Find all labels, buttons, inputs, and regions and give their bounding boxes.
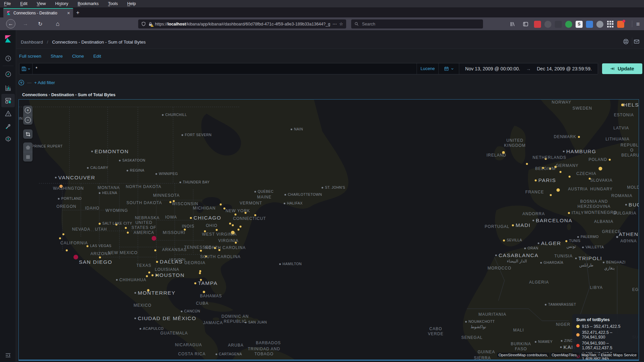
extension-3-icon[interactable] [555, 21, 562, 28]
map-data-dot [235, 242, 237, 244]
map-data-dot [148, 272, 150, 274]
menu-edit[interactable]: Edit [20, 1, 28, 6]
recently-viewed-icon[interactable] [1, 52, 15, 65]
nav-management-icon[interactable] [1, 132, 15, 145]
map-data-dot [200, 250, 202, 252]
mail-icon[interactable] [633, 38, 641, 46]
nav-devtools-icon[interactable] [1, 119, 15, 133]
map-data-dot [204, 230, 206, 232]
query-language-button[interactable]: Lucene [417, 66, 438, 71]
menu-help[interactable]: Help [127, 1, 136, 6]
search-input[interactable] [361, 21, 480, 27]
url-bar[interactable]: https://localhost/kibana/app/kibana#/das… [138, 19, 346, 28]
nav-discover-icon[interactable] [1, 67, 15, 81]
action-full-screen[interactable]: Full screen [19, 54, 41, 59]
map-data-dot [66, 249, 68, 251]
url-overflow-icon[interactable]: ⋯ [332, 21, 337, 26]
extension-8-icon[interactable] [607, 21, 614, 28]
map-data-dot [550, 194, 552, 196]
map-data-dot [216, 229, 218, 231]
filter-icon[interactable] [18, 79, 24, 86]
sidebars-icon[interactable] [522, 20, 530, 28]
kibana-favicon [6, 11, 11, 15]
menu-bookmarks[interactable]: Bookmarks [78, 1, 99, 6]
map-data-dot [173, 200, 175, 202]
map-data-dot [220, 203, 222, 205]
attribution-link[interactable]: OpenStreetMap contributors, [497, 353, 549, 357]
nav-alerts-icon[interactable] [1, 107, 15, 120]
bookmark-star-icon[interactable]: ☆ [339, 21, 343, 26]
browser-tab[interactable]: Connections - Destinatio ✕ [3, 8, 73, 17]
action-clone[interactable]: Clone [72, 54, 84, 59]
query-bar[interactable]: * Lucene Nov 13, 2009 @ 00:00:00. → Dec … [19, 63, 598, 74]
add-filter-button[interactable]: + Add filter [34, 80, 55, 85]
saved-query-menu[interactable] [19, 63, 32, 74]
extension-5-icon[interactable]: S [576, 21, 583, 28]
date-picker-menu[interactable] [439, 63, 459, 74]
map-data-dot [62, 233, 64, 235]
map-panel[interactable]: + − Sum of totBytes 915 – 352,471,422.53… [18, 99, 639, 361]
new-tab-button[interactable]: + [73, 8, 83, 17]
nav-visualize-icon[interactable] [1, 81, 15, 95]
time-end[interactable]: Dec 14, 2009 @ 23:59:59. [537, 66, 592, 71]
lock-warning-icon[interactable] [148, 22, 153, 26]
sidebar-divider [3, 66, 13, 66]
menu-tools[interactable]: Tools [108, 1, 118, 6]
legend-item: 352,471,422.5 – 704,941,930 [576, 330, 635, 340]
map-data-dot [154, 249, 156, 251]
time-arrow-icon: → [526, 66, 531, 71]
help-icon[interactable] [622, 38, 630, 46]
extension-2-icon[interactable] [544, 21, 551, 28]
map-data-dot [99, 256, 101, 258]
map-data-dot [169, 201, 171, 203]
browser-search-bar[interactable] [351, 19, 483, 28]
attribution-link[interactable]: Elastic Maps Service [599, 353, 638, 357]
set-view-button[interactable] [23, 129, 33, 139]
extension-6-icon[interactable] [586, 21, 593, 28]
menu-view[interactable]: View [37, 1, 46, 6]
time-range[interactable]: Nov 13, 2009 @ 00:00:00. → Dec 14, 2009 … [459, 63, 598, 74]
extension-9-icon[interactable] [617, 21, 624, 28]
action-share[interactable]: Share [51, 54, 63, 59]
forward-button[interactable]: → [21, 19, 30, 28]
action-edit[interactable]: Edit [93, 54, 101, 59]
map-data-dot [554, 166, 557, 168]
reload-button[interactable]: ↻ [36, 19, 45, 28]
zoom-out-button[interactable]: − [23, 115, 33, 125]
map-data-dot [569, 176, 571, 178]
map-data-dot [152, 236, 156, 241]
update-button[interactable]: Update [602, 63, 642, 74]
extension-7-icon[interactable] [596, 21, 603, 28]
query-divider [32, 63, 33, 74]
collapse-nav-icon[interactable] [1, 349, 15, 362]
zoom-in-button[interactable]: + [23, 106, 33, 115]
nav-dashboard-icon[interactable] [1, 94, 15, 107]
query-input[interactable]: * [36, 66, 37, 71]
attribution-link[interactable]: OpenMapTiles, [550, 353, 579, 357]
app-menu-icon[interactable]: ≡ [634, 20, 642, 28]
zoom-controls: + − [23, 106, 33, 125]
filter-row: — + Add filter [18, 78, 55, 86]
tab-close-icon[interactable]: ✕ [67, 11, 70, 15]
url-text[interactable]: https://localhost/kibana/app/kibana#/das… [155, 22, 330, 26]
time-start[interactable]: Nov 13, 2009 @ 00:00:00. [465, 66, 520, 71]
back-button[interactable]: ← [6, 19, 15, 28]
menu-file[interactable]: File [4, 1, 11, 6]
breadcrumb-root[interactable]: Dashboard [21, 40, 43, 45]
library-icon[interactable] [508, 20, 517, 28]
attribution-link[interactable]: MapTiler, [580, 353, 598, 357]
draw-rectangle-button[interactable] [23, 152, 33, 162]
panel-title[interactable]: Connections - Destination - Sum of Total… [22, 93, 115, 97]
draw-polygon-button[interactable] [23, 142, 33, 152]
map-data-dot [599, 167, 602, 171]
extension-4-icon[interactable] [565, 21, 572, 28]
menu-history[interactable]: History [55, 1, 68, 6]
home-button[interactable]: ⌂ [53, 19, 62, 28]
map-data-dot [184, 229, 186, 231]
kibana-logo[interactable] [4, 35, 12, 43]
extension-ublock-icon[interactable] [534, 21, 541, 28]
legend-item: 915 – 352,471,422.5 [576, 324, 635, 329]
chevron-down-icon [451, 67, 454, 70]
tracking-shield-icon[interactable] [141, 21, 146, 26]
browser-tabbar: Connections - Destinatio ✕ + [0, 7, 644, 17]
